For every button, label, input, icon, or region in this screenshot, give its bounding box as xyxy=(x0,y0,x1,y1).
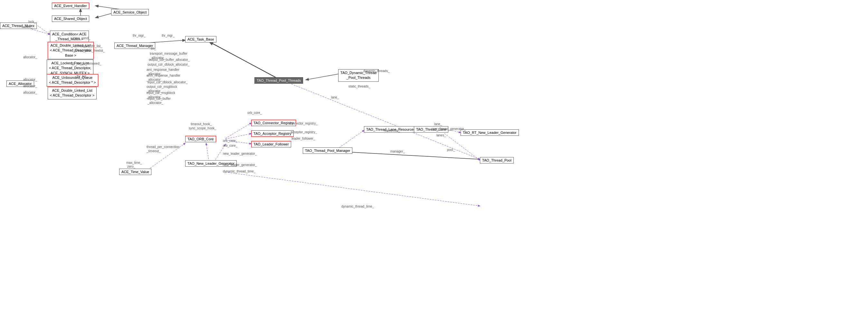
edge-label-timeout-hook: timeout_hook_ xyxy=(191,122,212,126)
edge-label-allocator4: allocator_ xyxy=(23,91,37,94)
node-tao-leader-follower[interactable]: TAO_Leader_Follower xyxy=(251,141,291,147)
edge-label-max-time: max_time_ xyxy=(126,161,142,164)
edge-label-thread-per: thread_per_connection_timeout_ xyxy=(147,145,179,153)
svg-line-9 xyxy=(225,134,251,139)
edge-label-terminated: terminated_thr_list_ xyxy=(74,44,102,48)
edge-label-thr-list: thr_list_ xyxy=(76,75,88,78)
edge-label-dynamic-thread-time2: dynamic_thread_time_ xyxy=(341,205,374,208)
svg-line-8 xyxy=(225,123,251,138)
edge-label-resources: resources_ xyxy=(384,129,400,132)
diagram-container: ACE_Event_Handler ACE_Shared_Object ACE_… xyxy=(0,0,868,335)
edge-label-tm: tm_ xyxy=(151,47,156,50)
edge-label-sync-hook: sync_scope_hook_ xyxy=(189,127,216,130)
node-ace-thread-manager[interactable]: ACE_Thread_Manager xyxy=(114,42,155,49)
node-ace-event-handler[interactable]: ACE_Event_Handler xyxy=(52,3,89,9)
edge-label-lock: lock_ xyxy=(28,20,36,24)
edge-label-thread-desc: thread_desc_freelist_ xyxy=(74,49,105,53)
edge-label-zero-cond: zero_cond_ xyxy=(73,36,90,40)
svg-line-18 xyxy=(335,151,480,159)
edge-label-lane2: lane_ xyxy=(331,96,339,99)
edge-label-allocator1: allocator_ xyxy=(23,55,37,59)
edge-label-orb-core2: orb_core_ xyxy=(223,139,237,142)
edge-label-new-leader-gen1: new_leader_generator_ xyxy=(223,152,257,156)
node-ace-service-object[interactable]: ACE_Service_Object xyxy=(111,9,149,15)
edge-label-connector-reg: connector_registry_ xyxy=(289,122,317,125)
node-tao-thread-pool-threads[interactable]: TAO_Thread_Pool_Threads xyxy=(254,77,303,84)
node-tao-orb-core[interactable]: TAO_ORB_Core xyxy=(185,136,216,142)
node-tao-thread-pool-manager[interactable]: TAO_Thread_Pool_Manager xyxy=(303,147,352,154)
edge-label-thr-removed: thr_to_be_removed_ xyxy=(71,62,101,65)
edge-label-dynamic-threads: dynamic_threads_ xyxy=(363,69,390,73)
edge-label-lanes: lanes_ xyxy=(436,134,446,137)
edge-label-new-thread-gen: new_thread_generator_ xyxy=(432,127,466,131)
node-ace-time-value[interactable]: ACE_Time_Value xyxy=(119,169,151,175)
node-ace-double-linked-list2[interactable]: ACE_Double_Linked_List< ACE_Thread_Descr… xyxy=(48,87,97,99)
edge-label-manager: manager_ xyxy=(390,149,405,153)
edge-label-input-cdr-buf: input_cdr_buffer_allocator_ xyxy=(148,97,171,105)
edge-label-dynamic-thread-time1: dynamic_thread_time_ xyxy=(223,170,255,173)
edge-label-pool: pool_ xyxy=(447,148,455,152)
edge-label-orb-core1: orb_core_ xyxy=(247,111,262,114)
edge-label-input-cdr-dblock: input_cdr_dblock_allocator_ xyxy=(148,80,188,84)
node-tao-acceptor-registry[interactable]: TAO_Acceptor_Registry xyxy=(251,130,294,137)
edge-label-output-cdr-dblock: output_cdr_dblock_allocator_ xyxy=(148,63,190,66)
edge-label-new-leader-gen2: new_leader_generator_ xyxy=(223,163,257,167)
svg-line-1 xyxy=(96,13,111,18)
edge-label-thr-mgr1: thr_mgr_ xyxy=(133,34,146,37)
svg-line-17 xyxy=(444,134,480,160)
edge-label-zero: zero_ xyxy=(127,165,135,168)
edge-label-lane: lane_ xyxy=(434,122,442,126)
edge-label-acceptor-reg: acceptor_registry_ xyxy=(290,130,317,134)
node-ace-unbounded-queue[interactable]: ACE_Unbounded_Queue< ACE_Thread_Descript… xyxy=(47,74,98,87)
edge-label-leader-follower: leader_follower_ xyxy=(291,137,315,140)
edge-label-allocator2: allocator_ xyxy=(23,78,37,81)
svg-line-7 xyxy=(306,74,338,80)
edge-label-output-cdr-buf: output_cdr_buffer_allocator_ xyxy=(149,58,190,62)
node-ace-shared-object[interactable]: ACE_Shared_Object xyxy=(52,15,89,22)
edge-label-thr-mgr2: thr_mgr_ xyxy=(162,34,175,37)
node-ace-task-base[interactable]: ACE_Task_Base xyxy=(185,36,216,42)
svg-line-20 xyxy=(225,172,480,206)
node-tao-rt-new-leader-generator[interactable]: TAO_RT_New_Leader_Generator xyxy=(461,129,519,136)
edge-label-orb-core3: orb_core_ xyxy=(223,144,237,147)
svg-line-6 xyxy=(209,42,280,80)
edge-label-allocator3: allocator_ xyxy=(23,84,37,88)
node-tao-thread-pool[interactable]: TAO_Thread_Pool xyxy=(480,157,514,164)
svg-line-3 xyxy=(35,24,50,34)
edge-label-mutex: mutex_ xyxy=(22,25,33,29)
edge-label-static-threads: static_threads_ xyxy=(348,85,370,88)
